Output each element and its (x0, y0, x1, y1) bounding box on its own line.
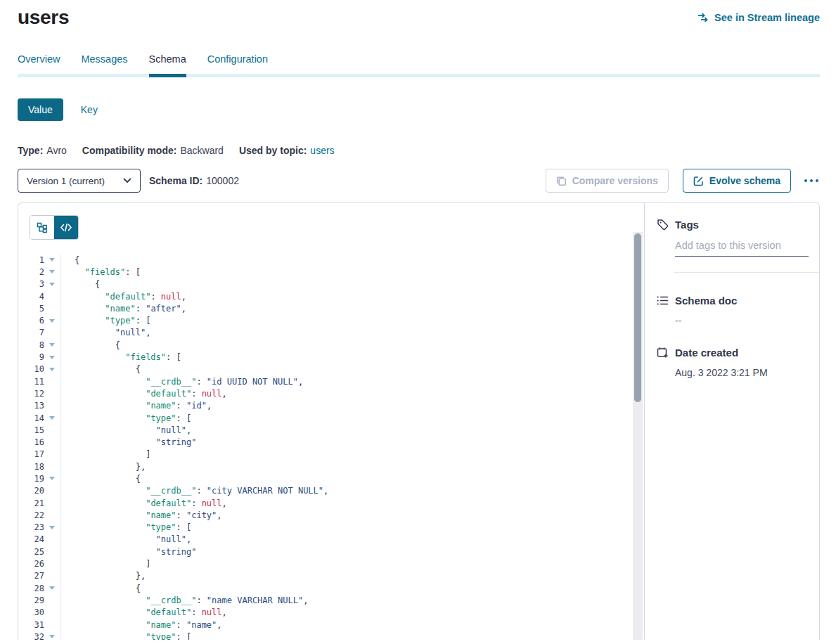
schema-id-label: Schema ID: (149, 175, 202, 186)
fold-gutter (44, 449, 60, 461)
tab-schema[interactable]: Schema (149, 53, 186, 77)
code-line: 11 "__crdb__": "id UUID NOT NULL", (18, 375, 644, 387)
line-number: 22 (18, 510, 44, 520)
fold-toggle-icon[interactable] (44, 266, 60, 278)
fold-gutter (44, 546, 60, 558)
line-number: 31 (18, 620, 44, 630)
fold-gutter (44, 436, 60, 448)
evolve-schema-button[interactable]: Evolve schema (683, 169, 791, 193)
fold-toggle-icon[interactable] (44, 412, 60, 424)
line-number: 18 (18, 462, 44, 472)
date-created-title: Date created (675, 347, 738, 359)
line-number: 32 (18, 632, 44, 640)
line-number: 4 (18, 292, 44, 302)
sidebar-divider (674, 272, 819, 273)
schema-view-toggle (30, 215, 79, 240)
fold-gutter (44, 375, 60, 387)
details-sidebar: Tags Schema doc -- (644, 203, 819, 640)
code-text: "type": [ (60, 632, 191, 640)
compare-copy-icon (556, 176, 567, 186)
fold-gutter (44, 302, 60, 314)
code-line: 17 ] (18, 449, 644, 461)
version-controls: Version 1 (current) Schema ID:100002 Com… (18, 169, 820, 193)
tab-overview[interactable]: Overview (18, 53, 60, 77)
fold-toggle-icon[interactable] (44, 254, 60, 266)
line-number: 25 (18, 547, 44, 557)
code-text: { (60, 279, 100, 289)
fold-toggle-icon[interactable] (44, 522, 60, 534)
code-line: 9 "fields": [ (18, 351, 644, 363)
fold-toggle-icon[interactable] (44, 351, 60, 363)
fold-toggle-icon[interactable] (44, 582, 60, 594)
tab-configuration[interactable]: Configuration (207, 53, 268, 77)
tags-title: Tags (675, 219, 699, 231)
code-text: "default": null, (60, 498, 227, 508)
code-line: 15 "null", (18, 424, 644, 436)
tree-view-button[interactable] (30, 216, 54, 239)
fold-toggle-icon[interactable] (44, 472, 60, 484)
line-number: 29 (18, 595, 44, 605)
line-number: 14 (18, 413, 44, 423)
scrollbar-track[interactable] (633, 232, 643, 640)
code-text: "type": [ (60, 316, 150, 326)
code-text: "type": [ (60, 413, 191, 423)
code-line: 32 "type": [ (18, 631, 644, 640)
add-tags-input[interactable] (675, 240, 809, 257)
line-number: 9 (18, 352, 44, 362)
tag-icon (657, 219, 669, 231)
line-number: 1 (18, 255, 44, 265)
code-line: 31 "name": "name", (18, 619, 644, 631)
code-view-button[interactable] (54, 216, 78, 239)
fold-toggle-icon[interactable] (44, 363, 60, 375)
schema-code-viewer: 1{2 "fields": [3 {4 "default": null,5 "n… (18, 254, 644, 640)
fold-gutter (44, 497, 60, 509)
key-toggle-button[interactable]: Key (81, 104, 98, 115)
code-text: }, (60, 462, 146, 472)
page-title: users (18, 6, 69, 29)
see-in-stream-lineage-link[interactable]: See in Stream lineage (697, 12, 820, 23)
line-number: 17 (18, 449, 44, 459)
code-line: 24 "null", (18, 534, 644, 546)
line-number: 20 (18, 486, 44, 496)
fold-toggle-icon[interactable] (44, 631, 60, 640)
code-line: 29 "__crdb__": "name VARCHAR NULL", (18, 594, 644, 606)
meta-compatibility: Compatibility mode:Backward (82, 145, 224, 156)
page: users See in Stream lineage Overview Mes… (0, 6, 836, 640)
code-text: "name": "city", (60, 510, 222, 520)
compare-versions-button[interactable]: Compare versions (546, 169, 669, 193)
compatibility-label: Compatibility mode: (82, 145, 177, 156)
code-text: "default": null, (60, 607, 227, 617)
line-number: 27 (18, 571, 44, 581)
code-text: "fields": [ (60, 267, 141, 277)
scrollbar-thumb[interactable] (634, 233, 641, 402)
stream-lineage-icon (697, 13, 709, 22)
code-line: 8 { (18, 339, 644, 351)
topic-link[interactable]: users (310, 145, 334, 156)
fold-toggle-icon[interactable] (44, 278, 60, 290)
line-number: 5 (18, 304, 44, 314)
tags-section-header: Tags (657, 219, 808, 231)
line-number: 23 (18, 522, 44, 532)
fold-toggle-icon[interactable] (44, 339, 60, 351)
code-line: 7 "null", (18, 327, 644, 339)
compatibility-value: Backward (180, 145, 223, 156)
code-line: 22 "name": "city", (18, 509, 644, 521)
more-options-button[interactable] (803, 175, 820, 186)
code-text: "default": null, (60, 292, 186, 302)
line-number: 13 (18, 401, 44, 411)
fold-gutter (44, 619, 60, 631)
fold-gutter (44, 461, 60, 472)
tab-messages[interactable]: Messages (81, 53, 127, 77)
version-select[interactable]: Version 1 (current) (18, 169, 141, 193)
code-text: { (60, 255, 79, 265)
line-number: 2 (18, 267, 44, 277)
code-text: ] (60, 449, 150, 459)
fold-toggle-icon[interactable] (44, 314, 60, 326)
code-text: "fields": [ (60, 352, 181, 362)
schema-meta: Type:Avro Compatibility mode:Backward Us… (18, 145, 820, 156)
value-toggle-button[interactable]: Value (18, 98, 63, 121)
line-number: 19 (18, 474, 44, 484)
compare-versions-label: Compare versions (572, 175, 658, 186)
code-text: "null", (60, 534, 191, 544)
line-number: 8 (18, 340, 44, 350)
